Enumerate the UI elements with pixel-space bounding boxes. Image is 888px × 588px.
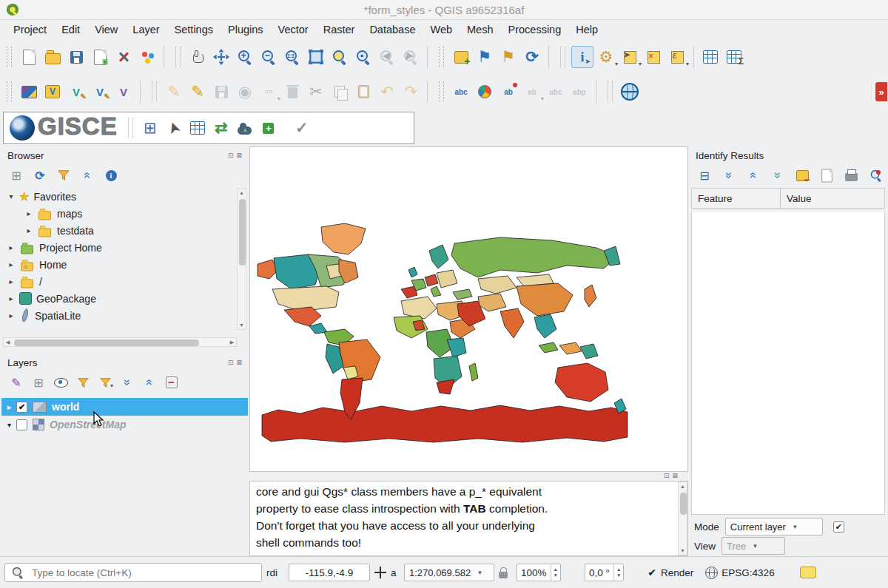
- panel-close-icon[interactable]: [236, 152, 242, 159]
- spin-up-icon[interactable]: [551, 567, 560, 573]
- scroll-right-icon[interactable]: [228, 338, 236, 346]
- zoom-next-icon[interactable]: ▶: [400, 46, 422, 68]
- browser-horizontal-scrollbar[interactable]: [3, 337, 237, 347]
- undo-icon[interactable]: [376, 81, 398, 103]
- add-selected-layers-icon[interactable]: [9, 168, 24, 183]
- toolbar-overflow-icon[interactable]: »: [870, 81, 888, 103]
- scroll-down-icon[interactable]: [679, 547, 687, 555]
- spin-up-icon[interactable]: [614, 567, 623, 573]
- browser-collapse-all-icon[interactable]: [80, 168, 95, 183]
- zoom-out-icon[interactable]: −: [258, 46, 280, 68]
- toolbar-handle[interactable]: [608, 81, 613, 102]
- new-spatial-bookmark-icon[interactable]: [474, 46, 496, 68]
- toolbar-handle[interactable]: [128, 118, 133, 138]
- expand-arrow-icon[interactable]: [7, 311, 15, 320]
- save-layer-edits-icon[interactable]: [210, 81, 232, 103]
- browser-item-home[interactable]: Home: [3, 256, 236, 273]
- scroll-left-icon[interactable]: [4, 338, 12, 346]
- panel-close-icon[interactable]: [236, 359, 242, 366]
- browser-filter-icon[interactable]: [56, 168, 71, 183]
- browser-properties-icon[interactable]: i: [104, 168, 118, 183]
- collapse-all-icon[interactable]: [142, 375, 157, 390]
- scale-combo[interactable]: 1:270.069.582: [404, 564, 494, 581]
- deselect-features-icon[interactable]: [642, 46, 665, 68]
- save-project-icon[interactable]: [65, 46, 87, 68]
- zoom-to-selection-icon[interactable]: [329, 46, 351, 68]
- zoom-native-icon[interactable]: 1:1: [281, 46, 303, 68]
- expand-all-icon[interactable]: [120, 375, 135, 390]
- identify-clear-results-icon[interactable]: [795, 168, 810, 183]
- messages-icon[interactable]: [800, 567, 816, 578]
- menu-settings[interactable]: Settings: [167, 21, 221, 38]
- expand-arrow-icon[interactable]: [7, 403, 11, 411]
- run-feature-action-icon[interactable]: [595, 46, 617, 68]
- layer-checkbox[interactable]: [16, 419, 27, 430]
- new-project-icon[interactable]: [18, 46, 40, 68]
- mode-combo[interactable]: Current layer: [725, 518, 823, 535]
- toolbar-handle[interactable]: [175, 47, 181, 67]
- zoom-full-icon[interactable]: [305, 46, 327, 68]
- delete-selected-icon[interactable]: [281, 81, 303, 103]
- identify-results-list[interactable]: [691, 212, 885, 515]
- expand-arrow-icon[interactable]: [7, 294, 15, 303]
- identify-collapse-all-icon[interactable]: [746, 168, 761, 183]
- current-edits-icon[interactable]: [163, 81, 185, 103]
- coordinate-display[interactable]: -115.9,-4.9: [289, 564, 370, 581]
- layer-item-openstreetmap[interactable]: OpenStreetMap: [1, 416, 248, 433]
- layer-diagram-icon[interactable]: [474, 81, 496, 103]
- add-feature-icon[interactable]: [234, 81, 256, 103]
- gisce-validate-icon[interactable]: [291, 117, 313, 139]
- scrollbar-thumb[interactable]: [239, 199, 246, 266]
- expand-arrow-icon[interactable]: [25, 226, 33, 234]
- spin-down-icon[interactable]: [551, 572, 560, 579]
- identify-open-form-icon[interactable]: [697, 168, 712, 183]
- toggle-editing-icon[interactable]: [186, 81, 209, 103]
- cut-features-icon[interactable]: [305, 81, 327, 103]
- scroll-up-icon[interactable]: [679, 482, 687, 490]
- paste-features-icon[interactable]: [352, 81, 374, 103]
- toolbar-handle[interactable]: [560, 47, 565, 67]
- zoom-in-icon[interactable]: +: [234, 46, 256, 68]
- pan-to-selection-icon[interactable]: [210, 46, 232, 68]
- gisce-cloud-upload-icon[interactable]: [234, 117, 256, 139]
- view-combo[interactable]: Tree: [722, 537, 785, 555]
- panel-float-icon[interactable]: [228, 152, 234, 159]
- column-value[interactable]: Value: [781, 193, 812, 204]
- panel-float-icon[interactable]: [228, 359, 234, 366]
- menu-processing[interactable]: Processing: [501, 21, 569, 38]
- menu-edit[interactable]: Edit: [54, 21, 87, 38]
- menu-vector[interactable]: Vector: [271, 21, 316, 38]
- expand-arrow-icon[interactable]: [7, 277, 15, 285]
- select-by-expression-icon[interactable]: [666, 46, 688, 68]
- gisce-sync-icon[interactable]: [210, 117, 232, 139]
- gisce-attribute-table-icon[interactable]: [186, 117, 209, 139]
- locate-bar[interactable]: [4, 563, 262, 582]
- open-layer-styling-icon[interactable]: [9, 375, 24, 390]
- menu-web[interactable]: Web: [423, 21, 460, 38]
- new-shapefile-layer-icon[interactable]: V: [89, 81, 111, 103]
- console-vertical-scrollbar[interactable]: [678, 481, 687, 555]
- vertex-tool-icon[interactable]: [258, 81, 280, 103]
- toolbar-handle[interactable]: [439, 47, 444, 67]
- move-label-icon[interactable]: abc: [545, 81, 567, 103]
- browser-vertical-scrollbar[interactable]: [237, 188, 246, 330]
- identify-expand-new-icon[interactable]: [770, 168, 785, 183]
- browser-item-favorites[interactable]: Favorites: [3, 188, 236, 205]
- scrollbar-thumb[interactable]: [680, 493, 687, 515]
- identify-settings-icon[interactable]: [868, 168, 883, 183]
- redo-icon[interactable]: [400, 81, 422, 103]
- expand-arrow-icon[interactable]: [7, 192, 15, 200]
- manage-visibility-icon[interactable]: [53, 375, 68, 390]
- crs-status[interactable]: EPSG:4326: [705, 567, 774, 579]
- filter-legend-icon[interactable]: [75, 375, 90, 390]
- new-geopackage-layer-icon[interactable]: V: [65, 81, 87, 103]
- add-vector-layer-icon[interactable]: V: [41, 81, 64, 103]
- pin-labels-icon[interactable]: ab: [497, 81, 519, 103]
- identify-features-icon[interactable]: [571, 46, 593, 68]
- identify-expand-all-icon[interactable]: [722, 168, 736, 183]
- scroll-down-icon[interactable]: [238, 321, 246, 329]
- scroll-up-icon[interactable]: [238, 189, 246, 197]
- menu-plugins[interactable]: Plugins: [221, 21, 271, 38]
- gisce-layer-tree-icon[interactable]: [139, 117, 161, 139]
- render-toggle[interactable]: Render: [648, 567, 693, 578]
